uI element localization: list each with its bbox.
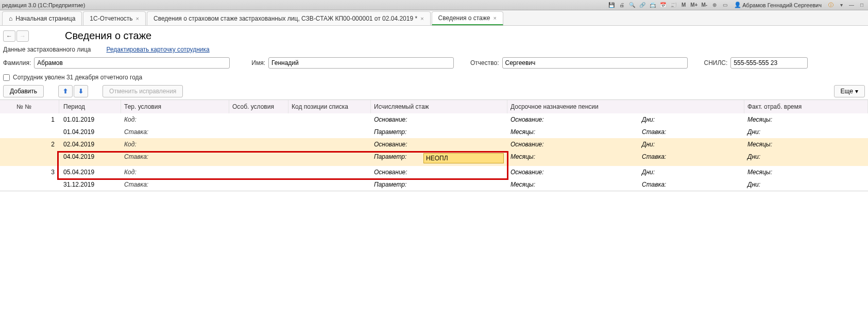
period-end[interactable]: 01.04.2019 (59, 126, 121, 138)
dosr-cell-b: Месяцы:Ставка: (507, 178, 744, 191)
snils-label: СНИЛС: (704, 59, 728, 66)
patronymic-input[interactable] (502, 57, 688, 69)
app-title: редакция 3.0 (1С:Предприятие) (2, 2, 607, 8)
osob-cell-b (229, 178, 288, 191)
info-icon[interactable]: ⓘ (827, 1, 835, 9)
print-icon[interactable]: 🖨 (618, 1, 626, 9)
nav-toolbar: ← → Сведения о стаже (0, 26, 868, 43)
search-icon[interactable]: 🔍 (628, 1, 636, 9)
row-num-b (0, 126, 59, 138)
row-num: 1 (0, 113, 59, 126)
m-minus-icon[interactable]: M- (700, 1, 708, 9)
table-row[interactable]: 1 01.01.2019 Код: Основание: Основание:Д… (0, 113, 868, 126)
th-ter[interactable]: Тер. условия (121, 100, 229, 113)
save-icon[interactable]: 💾 (607, 1, 616, 9)
calc-icon[interactable]: 📇 (649, 1, 657, 9)
add-button[interactable]: Добавить (3, 85, 44, 97)
dosr-cell: Основание:Дни: (507, 166, 744, 178)
tab-szv[interactable]: Сведения о страховом стаже застрахованны… (147, 11, 431, 25)
fakt-cell: Месяцы: (744, 138, 868, 151)
table-row[interactable]: 31.12.2019 Ставка: Параметр: Месяцы:Став… (0, 178, 868, 191)
titlebar-icons: 💾 🖨 🔍 🔗 📇 📅 📰 M M+ M- ⊕ ▭ 👤Абрамов Генна… (607, 1, 866, 9)
th-period[interactable]: Период (59, 100, 121, 113)
table-header: № № Период Тер. условия Особ. условия Ко… (0, 100, 868, 113)
tab-reporting-label: 1С-Отчетность (90, 15, 132, 22)
isch-param: Параметр: (371, 178, 507, 191)
ter-stavka: Ставка: (121, 151, 229, 166)
nav-back-button[interactable]: ← (3, 30, 15, 42)
insured-label: Данные застрахованного лица (3, 46, 91, 53)
home-icon: ⌂ (9, 15, 12, 22)
insured-section: Данные застрахованного лица Редактироват… (0, 43, 868, 56)
isch-param: Параметр: (371, 126, 507, 138)
table-row[interactable]: 2 02.04.2019 Код: Основание: Основание:Д… (0, 138, 868, 151)
tab-stazh[interactable]: Сведения о стаже × (432, 11, 503, 25)
th-num[interactable]: № № (0, 100, 59, 113)
minimize-icon[interactable]: — (847, 1, 856, 9)
kod-cell-b (288, 126, 371, 138)
fired-checkbox[interactable] (3, 74, 10, 81)
table-row[interactable]: 3 05.04.2019 Код: Основание: Основание:Д… (0, 166, 868, 178)
period-end[interactable]: 31.12.2019 (59, 178, 121, 191)
kod-cell (288, 166, 371, 178)
table-row[interactable]: 01.04.2019 Ставка: Параметр: Месяцы:Став… (0, 126, 868, 138)
tab-home[interactable]: ⌂ Начальная страница (2, 11, 82, 25)
th-dosr[interactable]: Досрочное назначение пенсии (507, 100, 744, 113)
kod-cell-b (288, 178, 371, 191)
th-osob[interactable]: Особ. условия (229, 100, 288, 113)
user-label[interactable]: 👤Абрамов Геннадий Сергеевич (734, 2, 822, 8)
name-row: Фамилия: Имя: Отчество: СНИЛС: (0, 56, 868, 72)
osob-cell-b (229, 126, 288, 138)
firstname-input[interactable] (268, 57, 454, 69)
close-icon[interactable]: × (420, 15, 423, 22)
tab-reporting[interactable]: 1С-Отчетность × (83, 11, 146, 25)
th-isch[interactable]: Исчисляемый стаж (371, 100, 507, 113)
calendar-icon[interactable]: 📅 (659, 1, 667, 9)
edit-employee-link[interactable]: Редактировать карточку сотрудника (106, 46, 209, 53)
cancel-button[interactable]: Отменить исправления (103, 85, 183, 97)
zoom-icon[interactable]: ⊕ (710, 1, 719, 9)
period-end[interactable]: 04.04.2019 (59, 151, 121, 166)
fired-label: Сотрудник уволен 31 декабря отчетного го… (13, 74, 142, 81)
chevron-down-icon: ▾ (855, 88, 858, 95)
close-icon[interactable]: × (136, 15, 139, 22)
move-up-button[interactable]: ⬆ (58, 85, 73, 97)
fakt-cell-b: Дни: (744, 126, 868, 138)
arrow-up-icon: ⬆ (63, 88, 68, 95)
isch-osn: Основание: (371, 113, 507, 126)
dosr-cell: Основание:Дни: (507, 138, 744, 151)
move-down-button[interactable]: ⬇ (74, 85, 88, 97)
snils-input[interactable] (730, 57, 808, 69)
th-kod[interactable]: Код позиции списка (288, 100, 371, 113)
date-icon[interactable]: 📰 (669, 1, 677, 9)
book-icon[interactable]: ▭ (721, 1, 729, 9)
maximize-icon[interactable]: □ (858, 1, 866, 9)
param-value (426, 128, 504, 136)
period-start[interactable]: 05.04.2019 (59, 166, 121, 178)
period-start[interactable]: 01.01.2019 (59, 113, 121, 126)
fakt-cell: Месяцы: (744, 166, 868, 178)
isch-osn: Основание: (371, 138, 507, 151)
lastname-input[interactable] (34, 57, 230, 69)
table-toolbar: Добавить ⬆ ⬇ Отменить исправления Еще▾ (0, 83, 868, 99)
dropdown-icon[interactable]: ▾ (837, 1, 845, 9)
m-icon[interactable]: M (679, 1, 688, 9)
close-icon[interactable]: × (493, 15, 496, 21)
dosr-cell-b: Месяцы:Ставка: (507, 126, 744, 138)
table: № № Период Тер. условия Особ. условия Ко… (0, 99, 868, 191)
row-num-b (0, 151, 59, 166)
kod-cell-b (288, 151, 371, 166)
nav-forward-button[interactable]: → (16, 30, 29, 42)
titlebar: редакция 3.0 (1С:Предприятие) 💾 🖨 🔍 🔗 📇 … (0, 0, 868, 10)
m-plus-icon[interactable]: M+ (690, 1, 698, 9)
period-start[interactable]: 02.04.2019 (59, 138, 121, 151)
osob-cell-b (229, 151, 288, 166)
fakt-cell: Месяцы: (744, 113, 868, 126)
arrow-down-icon: ⬇ (78, 88, 83, 95)
table-row[interactable]: 04.04.2019 Ставка: Параметр:НЕОПЛ Месяцы… (0, 151, 868, 166)
param-value[interactable]: НЕОПЛ (423, 153, 504, 163)
link-icon[interactable]: 🔗 (638, 1, 646, 9)
tab-home-label: Начальная страница (15, 15, 75, 22)
more-button[interactable]: Еще▾ (834, 85, 865, 97)
th-fakt[interactable]: Факт. отраб. время (744, 100, 868, 113)
